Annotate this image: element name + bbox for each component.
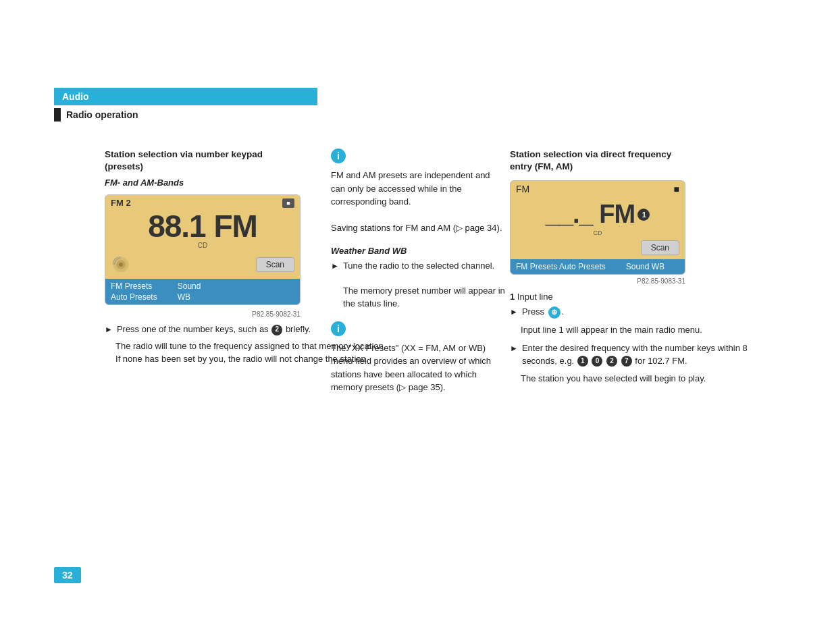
scan-button[interactable]: Scan <box>256 257 294 272</box>
radio-operation-header: Radio operation <box>54 108 138 122</box>
num-circle-7: 7 <box>621 356 632 367</box>
speaker-icon <box>111 254 131 275</box>
num-circle-2: 2 <box>606 356 617 367</box>
audio-header: Audio <box>54 88 317 105</box>
num-circle-0: 0 <box>592 356 602 367</box>
press-circle-icon: ⊕ <box>548 306 561 319</box>
right-scan-button[interactable]: Scan <box>641 240 679 255</box>
right-image-caption: P82.85-9083-31 <box>510 277 685 285</box>
black-bar-icon <box>54 108 61 122</box>
auto-presets-label: Auto Presets <box>111 292 157 302</box>
right-fm-frequency: __._ FM 1 <box>546 200 650 229</box>
right-fm-cd: CD <box>594 230 602 236</box>
right-wb-label: WB <box>652 262 664 271</box>
page-number: 32 <box>54 567 81 583</box>
left-image-caption: P82.85-9082-31 <box>105 311 301 318</box>
fm-display-right: FM ■ __._ FM 1 CD Scan FM Presets Auto P… <box>510 180 685 275</box>
section-right: Station selection via direct frequency e… <box>510 149 780 391</box>
right-bullets: ► Press ⊕. Input line 1 will appear in t… <box>510 306 780 385</box>
right-auto-presets-label: Auto Presets <box>559 262 606 271</box>
radio-label: Radio operation <box>66 109 138 120</box>
section-middle: i FM and AM presets are independent and … <box>331 149 506 405</box>
fm2-label: FM 2 <box>111 198 131 208</box>
right-bullet-arrow-1: ► <box>510 306 518 318</box>
info-text-1: FM and AM presets are independent and ca… <box>331 169 506 235</box>
fm-cd-label: CD <box>105 242 300 252</box>
svg-point-2 <box>119 263 123 267</box>
right-sound-label: Sound <box>626 262 650 271</box>
info-text-2: The "XX Presets" (XX = FM, AM or WB) men… <box>331 342 506 394</box>
right-bullet-input-line: Input line 1 will appear in the main rad… <box>510 324 780 337</box>
num-circle-1: 1 <box>577 356 588 367</box>
right-bullet-press: ► Press ⊕. <box>510 306 780 319</box>
fm-frequency: 88.1 FM <box>105 208 300 242</box>
right-settings-dot-icon: ■ <box>674 184 679 194</box>
sound-label: Sound <box>178 281 201 291</box>
weather-bullet: ► Tune the radio to the selected channel… <box>331 260 506 311</box>
bullet-arrow-icon: ► <box>105 324 113 336</box>
right-bullet-arrow-2: ► <box>510 343 518 354</box>
fm-presets-label: FM Presets <box>111 281 157 291</box>
info-icon-1: i <box>331 149 346 163</box>
right-section-title: Station selection via direct frequency e… <box>510 149 780 172</box>
right-numbered-1: 1 Input line <box>510 292 780 302</box>
audio-label: Audio <box>62 91 89 102</box>
right-fm-presets-label: FM Presets <box>516 262 557 271</box>
right-bullet-enter-freq: ► Enter the desired frequency with the n… <box>510 342 780 368</box>
settings-dot-icon: ■ <box>282 198 294 208</box>
number-circle-2: 2 <box>271 325 282 336</box>
info-icon-2: i <box>331 321 346 336</box>
right-fm-num-circle: 1 <box>637 209 650 221</box>
weather-band-head: Weather Band WB <box>331 246 506 256</box>
right-fm-label: FM <box>516 184 529 194</box>
wb-label: WB <box>178 292 201 302</box>
right-bullet-station-play: The station you have selected will begin… <box>510 373 780 385</box>
fm-display-left: FM 2 ■ 88.1 FM CD Scan FM Presets Auto P… <box>105 194 301 305</box>
second-info-block: i The "XX Presets" (XX = FM, AM or WB) m… <box>331 321 506 394</box>
bullet-arrow-weather: ► <box>331 261 339 272</box>
